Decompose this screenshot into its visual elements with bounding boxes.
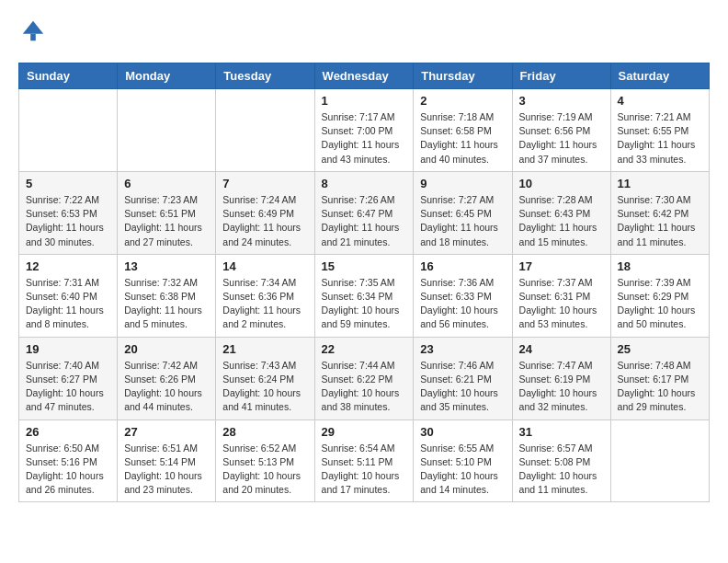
calendar-header-row: SundayMondayTuesdayWednesdayThursdayFrid… <box>19 63 710 89</box>
day-number: 14 <box>222 259 307 273</box>
calendar-day-cell: 25Sunrise: 7:48 AM Sunset: 6:17 PM Dayli… <box>610 337 709 419</box>
calendar-day-cell: 4Sunrise: 7:21 AM Sunset: 6:55 PM Daylig… <box>610 89 709 172</box>
calendar-day-cell: 24Sunrise: 7:47 AM Sunset: 6:19 PM Dayli… <box>512 337 610 419</box>
svg-marker-0 <box>23 21 43 34</box>
day-of-week-header: Monday <box>118 63 216 89</box>
calendar-day-cell: 2Sunrise: 7:18 AM Sunset: 6:58 PM Daylig… <box>414 89 512 172</box>
day-of-week-header: Sunday <box>19 63 118 89</box>
day-info: Sunrise: 7:22 AM Sunset: 6:53 PM Dayligh… <box>26 193 110 249</box>
day-of-week-header: Saturday <box>610 63 709 89</box>
calendar-day-cell: 31Sunrise: 6:57 AM Sunset: 5:08 PM Dayli… <box>512 419 610 502</box>
calendar-day-cell <box>118 89 216 172</box>
day-of-week-header: Thursday <box>414 63 512 89</box>
day-info: Sunrise: 7:43 AM Sunset: 6:24 PM Dayligh… <box>222 359 307 415</box>
day-number: 3 <box>519 94 604 108</box>
day-number: 24 <box>519 342 604 356</box>
calendar-day-cell: 14Sunrise: 7:34 AM Sunset: 6:36 PM Dayli… <box>216 254 314 337</box>
day-number: 25 <box>618 342 702 356</box>
day-info: Sunrise: 7:21 AM Sunset: 6:55 PM Dayligh… <box>618 110 702 167</box>
calendar-day-cell: 18Sunrise: 7:39 AM Sunset: 6:29 PM Dayli… <box>610 254 709 337</box>
svg-rect-1 <box>30 34 36 40</box>
day-number: 16 <box>420 259 505 273</box>
day-info: Sunrise: 7:40 AM Sunset: 6:27 PM Dayligh… <box>26 359 110 415</box>
day-number: 28 <box>222 425 307 439</box>
calendar-day-cell: 10Sunrise: 7:28 AM Sunset: 6:43 PM Dayli… <box>512 171 610 254</box>
calendar-week-row: 19Sunrise: 7:40 AM Sunset: 6:27 PM Dayli… <box>19 337 710 419</box>
day-number: 30 <box>420 425 505 439</box>
day-info: Sunrise: 6:50 AM Sunset: 5:16 PM Dayligh… <box>26 442 110 498</box>
calendar-day-cell: 27Sunrise: 6:51 AM Sunset: 5:14 PM Dayli… <box>118 419 216 502</box>
day-number: 7 <box>222 177 307 190</box>
day-info: Sunrise: 7:23 AM Sunset: 6:51 PM Dayligh… <box>124 193 209 249</box>
calendar-day-cell: 3Sunrise: 7:19 AM Sunset: 6:56 PM Daylig… <box>512 89 610 172</box>
day-info: Sunrise: 7:17 AM Sunset: 7:00 PM Dayligh… <box>322 110 407 167</box>
day-info: Sunrise: 7:19 AM Sunset: 6:56 PM Dayligh… <box>519 110 604 167</box>
day-number: 23 <box>420 342 505 356</box>
day-number: 5 <box>26 177 110 190</box>
calendar-day-cell: 26Sunrise: 6:50 AM Sunset: 5:16 PM Dayli… <box>19 419 118 502</box>
logo-icon <box>20 18 46 44</box>
day-info: Sunrise: 7:36 AM Sunset: 6:33 PM Dayligh… <box>420 276 505 332</box>
day-number: 12 <box>26 259 110 273</box>
day-info: Sunrise: 7:24 AM Sunset: 6:49 PM Dayligh… <box>222 193 307 249</box>
day-info: Sunrise: 7:31 AM Sunset: 6:40 PM Dayligh… <box>26 276 110 332</box>
day-info: Sunrise: 7:35 AM Sunset: 6:34 PM Dayligh… <box>322 276 407 332</box>
calendar-day-cell: 20Sunrise: 7:42 AM Sunset: 6:26 PM Dayli… <box>118 337 216 419</box>
calendar-week-row: 1Sunrise: 7:17 AM Sunset: 7:00 PM Daylig… <box>19 89 710 172</box>
day-info: Sunrise: 7:34 AM Sunset: 6:36 PM Dayligh… <box>222 276 307 332</box>
calendar-day-cell: 22Sunrise: 7:44 AM Sunset: 6:22 PM Dayli… <box>314 337 414 419</box>
day-info: Sunrise: 7:46 AM Sunset: 6:21 PM Dayligh… <box>420 359 505 415</box>
day-number: 31 <box>519 425 604 439</box>
day-info: Sunrise: 7:18 AM Sunset: 6:58 PM Dayligh… <box>420 110 505 167</box>
day-number: 22 <box>322 342 407 356</box>
calendar-day-cell: 17Sunrise: 7:37 AM Sunset: 6:31 PM Dayli… <box>512 254 610 337</box>
day-number: 17 <box>519 259 604 273</box>
calendar-week-row: 26Sunrise: 6:50 AM Sunset: 5:16 PM Dayli… <box>19 419 710 502</box>
calendar-day-cell: 28Sunrise: 6:52 AM Sunset: 5:13 PM Dayli… <box>216 419 314 502</box>
day-number: 15 <box>322 259 407 273</box>
day-info: Sunrise: 6:55 AM Sunset: 5:10 PM Dayligh… <box>420 442 505 498</box>
day-info: Sunrise: 7:39 AM Sunset: 6:29 PM Dayligh… <box>618 276 702 332</box>
day-info: Sunrise: 7:26 AM Sunset: 6:47 PM Dayligh… <box>322 193 407 249</box>
calendar-day-cell: 23Sunrise: 7:46 AM Sunset: 6:21 PM Dayli… <box>414 337 512 419</box>
calendar-day-cell: 12Sunrise: 7:31 AM Sunset: 6:40 PM Dayli… <box>19 254 118 337</box>
day-number: 18 <box>618 259 702 273</box>
day-number: 29 <box>322 425 407 439</box>
day-info: Sunrise: 7:37 AM Sunset: 6:31 PM Dayligh… <box>519 276 604 332</box>
day-number: 1 <box>322 94 407 108</box>
day-number: 11 <box>618 177 702 190</box>
day-info: Sunrise: 7:44 AM Sunset: 6:22 PM Dayligh… <box>322 359 407 415</box>
day-number: 6 <box>124 177 209 190</box>
calendar-day-cell: 19Sunrise: 7:40 AM Sunset: 6:27 PM Dayli… <box>19 337 118 419</box>
day-info: Sunrise: 6:54 AM Sunset: 5:11 PM Dayligh… <box>322 442 407 498</box>
calendar-day-cell: 6Sunrise: 7:23 AM Sunset: 6:51 PM Daylig… <box>118 171 216 254</box>
calendar-table: SundayMondayTuesdayWednesdayThursdayFrid… <box>18 63 710 502</box>
day-number: 27 <box>124 425 209 439</box>
day-number: 4 <box>618 94 702 108</box>
calendar-day-cell: 11Sunrise: 7:30 AM Sunset: 6:42 PM Dayli… <box>610 171 709 254</box>
day-number: 19 <box>26 342 110 356</box>
calendar-day-cell: 8Sunrise: 7:26 AM Sunset: 6:47 PM Daylig… <box>314 171 414 254</box>
calendar-week-row: 5Sunrise: 7:22 AM Sunset: 6:53 PM Daylig… <box>19 171 710 254</box>
calendar-day-cell: 9Sunrise: 7:27 AM Sunset: 6:45 PM Daylig… <box>414 171 512 254</box>
calendar-day-cell <box>19 89 118 172</box>
day-of-week-header: Friday <box>512 63 610 89</box>
logo <box>18 18 48 48</box>
calendar-week-row: 12Sunrise: 7:31 AM Sunset: 6:40 PM Dayli… <box>19 254 710 337</box>
day-info: Sunrise: 6:52 AM Sunset: 5:13 PM Dayligh… <box>222 442 307 498</box>
day-info: Sunrise: 7:32 AM Sunset: 6:38 PM Dayligh… <box>124 276 209 332</box>
day-info: Sunrise: 7:47 AM Sunset: 6:19 PM Dayligh… <box>519 359 604 415</box>
day-of-week-header: Tuesday <box>216 63 314 89</box>
day-number: 21 <box>222 342 307 356</box>
day-number: 2 <box>420 94 505 108</box>
calendar-day-cell: 15Sunrise: 7:35 AM Sunset: 6:34 PM Dayli… <box>314 254 414 337</box>
day-info: Sunrise: 6:57 AM Sunset: 5:08 PM Dayligh… <box>519 442 604 498</box>
calendar-day-cell: 21Sunrise: 7:43 AM Sunset: 6:24 PM Dayli… <box>216 337 314 419</box>
day-info: Sunrise: 7:28 AM Sunset: 6:43 PM Dayligh… <box>519 193 604 249</box>
day-info: Sunrise: 7:48 AM Sunset: 6:17 PM Dayligh… <box>618 359 702 415</box>
calendar-day-cell: 5Sunrise: 7:22 AM Sunset: 6:53 PM Daylig… <box>19 171 118 254</box>
page-container: SundayMondayTuesdayWednesdayThursdayFrid… <box>0 0 728 511</box>
day-number: 10 <box>519 177 604 190</box>
day-number: 9 <box>420 177 505 190</box>
calendar-day-cell: 29Sunrise: 6:54 AM Sunset: 5:11 PM Dayli… <box>314 419 414 502</box>
